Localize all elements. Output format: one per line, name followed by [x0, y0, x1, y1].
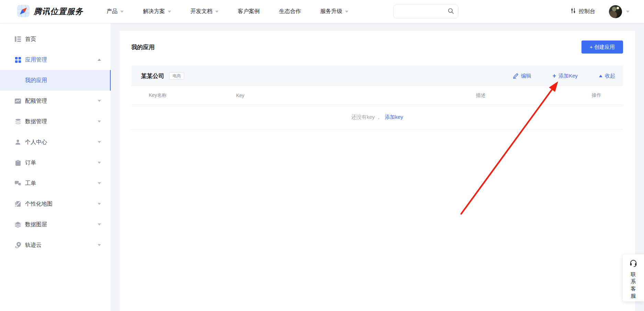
empty-state-text: 还没有key ， [351, 114, 381, 120]
create-app-button[interactable]: + 创建应用 [581, 41, 623, 54]
nav-item-docs[interactable]: 开发文档 [190, 8, 219, 15]
add-key-button[interactable]: + 添加Key [553, 73, 578, 79]
nav-label: 产品 [107, 8, 118, 15]
sidebar-item-quota[interactable]: 配额管理 [0, 91, 111, 111]
action-label: 编辑 [521, 73, 531, 79]
app-category-tag: 电商 [169, 72, 184, 80]
sidebar-item-label: 应用管理 [25, 56, 47, 64]
sidebar-item-track-cloud[interactable]: 轨迹云 [0, 235, 111, 255]
brand-title: 腾讯位置服务 [34, 6, 83, 17]
chevron-down-icon[interactable] [98, 141, 101, 143]
quota-chart-icon [14, 99, 22, 104]
order-clipboard-icon [14, 160, 22, 166]
nav-item-upgrade[interactable]: 服务升级 [320, 8, 348, 15]
chevron-down-icon [345, 11, 348, 13]
chevron-down-icon [215, 11, 219, 13]
sidebar-item-data-layers[interactable]: 数据图层 [0, 214, 111, 235]
sidebar-item-personal-center[interactable]: 个人中心 [0, 132, 111, 152]
console-label: 控制台 [579, 8, 595, 15]
nav-item-solutions[interactable]: 解决方案 [143, 8, 171, 15]
edit-button[interactable]: 编辑 [513, 73, 531, 79]
app-card-actions: 编辑 + 添加Key 收起 [492, 73, 615, 79]
action-label: 收起 [605, 73, 615, 79]
column-header-key-name: Key名称 [149, 92, 236, 99]
search-box [393, 4, 458, 19]
data-layers-icon [14, 222, 22, 228]
sidebar-item-work-orders[interactable]: 工单 [0, 173, 111, 194]
chevron-down-icon[interactable] [98, 223, 101, 226]
add-key-link[interactable]: 添加key [385, 114, 403, 120]
search-icon[interactable] [448, 8, 454, 15]
chevron-down-icon[interactable] [98, 244, 101, 246]
nav-item-ecosystem[interactable]: 生态合作 [279, 8, 301, 15]
console-link[interactable]: 控制台 [568, 8, 595, 15]
column-header-key: Key [236, 93, 476, 98]
sidebar-item-orders[interactable]: 订单 [0, 152, 111, 173]
contact-support-tab[interactable]: 联系客服 [623, 254, 644, 301]
sidebar-item-label: 数据管理 [25, 118, 47, 125]
key-table-header: Key名称 Key 描述 操作 [131, 86, 623, 105]
account-chevron-down-icon[interactable] [626, 11, 630, 13]
sidebar: 首页 应用管理 我的应用 配额管理 [0, 23, 111, 311]
page-header: 我的应用 + 创建应用 [120, 31, 635, 54]
chevron-down-icon[interactable] [98, 203, 101, 205]
sidebar-item-app-management[interactable]: 应用管理 [0, 49, 111, 70]
collapse-button[interactable]: 收起 [599, 73, 615, 79]
contact-support-label: 联系客服 [631, 270, 636, 299]
sidebar-item-label: 个人中心 [25, 139, 47, 146]
plus-icon: + [553, 73, 556, 79]
page-title: 我的应用 [131, 43, 155, 51]
chevron-down-icon[interactable] [98, 120, 101, 123]
sidebar-item-label: 个性化地图 [25, 200, 53, 208]
collapse-up-icon [599, 75, 602, 77]
chevron-down-icon[interactable] [98, 100, 101, 102]
chevron-down-icon[interactable] [98, 162, 101, 164]
app-card: 某某公司 电商 编辑 + 添加Key [131, 66, 623, 129]
sidebar-item-home[interactable]: 首页 [0, 29, 111, 49]
navbar-right: 控制台 [568, 5, 630, 18]
brand-logo[interactable]: 腾讯位置服务 [17, 5, 83, 19]
chevron-down-icon [120, 11, 124, 13]
app-grid-icon [14, 57, 22, 63]
home-list-icon [14, 36, 22, 42]
sidebar-item-label: 配额管理 [25, 97, 47, 105]
console-sliders-icon [570, 8, 576, 15]
compass-logo-icon [17, 5, 30, 19]
action-label: 添加Key [558, 73, 578, 79]
empty-key-row: 还没有key ， 添加key [131, 105, 623, 129]
nav-item-cases[interactable]: 客户案例 [238, 8, 260, 15]
chevron-down-icon [168, 11, 171, 13]
main-content-panel: 我的应用 + 创建应用 某某公司 电商 编辑 + 添加Key [120, 31, 635, 311]
column-header-actions: 操作 [592, 92, 601, 99]
nav-label: 开发文档 [190, 8, 212, 15]
nav-item-products[interactable]: 产品 [107, 8, 124, 15]
column-header-description: 描述 [476, 92, 592, 99]
sidebar-item-data-management[interactable]: 数据管理 [0, 111, 111, 132]
chevron-down-icon[interactable] [98, 182, 101, 184]
sidebar-item-label: 首页 [25, 36, 36, 43]
nav-label: 解决方案 [143, 8, 165, 15]
collapse-up-icon[interactable] [98, 59, 101, 61]
sidebar-item-label: 轨迹云 [25, 242, 42, 249]
main-nav: 产品 解决方案 开发文档 客户案例 生态合作 服务升级 [107, 8, 368, 15]
user-avatar[interactable] [609, 5, 622, 18]
nav-label: 客户案例 [238, 8, 260, 15]
nav-label: 服务升级 [320, 8, 342, 15]
sidebar-item-label: 我的应用 [25, 77, 47, 84]
custom-map-icon [14, 201, 22, 207]
sidebar-item-custom-map[interactable]: 个性化地图 [0, 194, 111, 214]
search-input[interactable] [393, 9, 448, 14]
headset-icon [629, 259, 637, 268]
sidebar-item-label: 工单 [25, 180, 36, 187]
ticket-chat-icon [14, 181, 22, 186]
app-name: 某某公司 [141, 72, 164, 80]
sidebar-item-label: 数据图层 [25, 221, 47, 228]
sidebar-item-my-apps[interactable]: 我的应用 [0, 70, 111, 91]
database-icon [14, 119, 22, 125]
user-icon [14, 139, 22, 145]
nav-label: 生态合作 [279, 8, 301, 15]
app-card-header: 某某公司 电商 编辑 + 添加Key [131, 66, 623, 86]
sidebar-item-label: 订单 [25, 159, 36, 166]
track-pin-icon [14, 242, 22, 248]
edit-pencil-icon [513, 73, 519, 79]
